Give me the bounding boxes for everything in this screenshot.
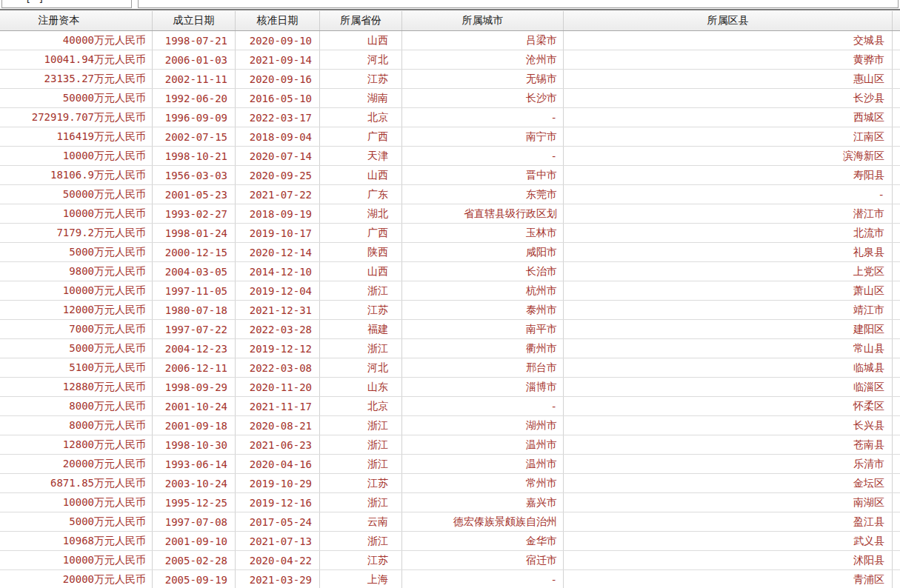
cell[interactable]: 8000万元人民币 — [0, 397, 153, 415]
cell[interactable]: 沧州市 — [402, 50, 564, 69]
cell[interactable]: 1998-01-24 — [153, 224, 236, 242]
cell[interactable]: 滨海新区 — [564, 147, 893, 165]
cell[interactable]: 湖南 — [320, 89, 402, 107]
cell[interactable] — [893, 31, 900, 50]
cell[interactable]: 5000万元人民币 — [0, 512, 153, 531]
cell[interactable]: 常州市 — [402, 474, 564, 492]
cell[interactable]: 2017-05-24 — [236, 512, 320, 531]
cell[interactable]: 晋中市 — [402, 166, 564, 184]
cell[interactable]: 2004-03-05 — [153, 262, 236, 281]
cell[interactable]: 省直辖县级行政区划 — [402, 204, 564, 223]
cell[interactable]: 浙江 — [320, 281, 402, 300]
cell[interactable]: 1998-10-30 — [153, 435, 236, 454]
cell[interactable]: 山西 — [320, 262, 402, 281]
cell[interactable]: 1998-09-29 — [153, 378, 236, 396]
cell[interactable]: 无锡市 — [402, 70, 564, 88]
cell[interactable]: 东莞市 — [402, 185, 564, 204]
cell[interactable]: 惠山区 — [564, 70, 893, 88]
cell[interactable] — [893, 570, 900, 588]
cell[interactable]: 浙江 — [320, 416, 402, 435]
cell[interactable]: - — [402, 570, 564, 588]
cell[interactable]: 2019-12-16 — [236, 493, 320, 512]
cell[interactable] — [893, 70, 900, 88]
cell[interactable]: 2020-09-10 — [236, 31, 320, 50]
cell[interactable] — [893, 339, 900, 358]
cell[interactable]: 1992-06-20 — [153, 89, 236, 107]
cell[interactable]: 天津 — [320, 147, 402, 165]
cell[interactable]: 黄骅市 — [564, 50, 893, 69]
cell[interactable]: 临城县 — [564, 358, 893, 377]
cell[interactable]: 福建 — [320, 320, 402, 338]
cell[interactable]: 20000万元人民币 — [0, 455, 153, 473]
cell[interactable]: 40000万元人民币 — [0, 31, 153, 50]
cell[interactable]: 江苏 — [320, 301, 402, 319]
cell[interactable]: 272919.707万元人民币 — [0, 108, 153, 127]
cell[interactable] — [893, 512, 900, 531]
cell[interactable]: 5000万元人民币 — [0, 339, 153, 358]
cell[interactable]: 10000万元人民币 — [0, 281, 153, 300]
cell[interactable]: 北京 — [320, 108, 402, 127]
cell[interactable]: 7000万元人民币 — [0, 320, 153, 338]
cell[interactable]: 2022-03-08 — [236, 358, 320, 377]
cell[interactable]: 10000万元人民币 — [0, 493, 153, 512]
cell[interactable]: 2001-09-10 — [153, 532, 236, 550]
cell[interactable]: 湖州市 — [402, 416, 564, 435]
cell[interactable]: 怀柔区 — [564, 397, 893, 415]
cell[interactable]: 2014-12-10 — [236, 262, 320, 281]
cell[interactable]: 12000万元人民币 — [0, 301, 153, 319]
cell[interactable]: 2020-04-16 — [236, 455, 320, 473]
cell[interactable]: 武义县 — [564, 532, 893, 550]
cell[interactable]: 盈江县 — [564, 512, 893, 531]
cell[interactable]: 上海 — [320, 570, 402, 588]
cell[interactable]: - — [402, 397, 564, 415]
cell[interactable]: 2021-03-29 — [236, 570, 320, 588]
cell[interactable] — [893, 532, 900, 550]
cell[interactable]: 陕西 — [320, 243, 402, 261]
cell[interactable]: 江南区 — [564, 127, 893, 146]
cell[interactable]: 2002-11-11 — [153, 70, 236, 88]
cell[interactable] — [893, 474, 900, 492]
column-header-3[interactable]: 所属省份 — [320, 11, 402, 30]
cell[interactable]: 北流市 — [564, 224, 893, 242]
cell[interactable]: 浙江 — [320, 532, 402, 550]
cell[interactable] — [893, 243, 900, 261]
cell[interactable]: 2020-08-21 — [236, 416, 320, 435]
cell[interactable]: 2020-04-22 — [236, 551, 320, 569]
cell[interactable]: 长兴县 — [564, 416, 893, 435]
cell[interactable]: 浙江 — [320, 339, 402, 358]
column-header-4[interactable]: 所属城市 — [402, 11, 564, 30]
cell[interactable]: 1980-07-18 — [153, 301, 236, 319]
cell[interactable] — [893, 416, 900, 435]
cell[interactable]: 建阳区 — [564, 320, 893, 338]
cell[interactable]: 广西 — [320, 224, 402, 242]
cell[interactable]: 2022-03-17 — [236, 108, 320, 127]
cell[interactable]: 礼泉县 — [564, 243, 893, 261]
cell[interactable]: 23135.27万元人民币 — [0, 70, 153, 88]
cell[interactable]: 50000万元人民币 — [0, 185, 153, 204]
cell[interactable]: 乐清市 — [564, 455, 893, 473]
cell[interactable]: 10968万元人民币 — [0, 532, 153, 550]
cell[interactable] — [893, 320, 900, 338]
cell[interactable]: 杭州市 — [402, 281, 564, 300]
cell[interactable]: 2021-06-23 — [236, 435, 320, 454]
cell[interactable]: 衢州市 — [402, 339, 564, 358]
cell[interactable]: 2021-12-31 — [236, 301, 320, 319]
cell[interactable]: 金华市 — [402, 532, 564, 550]
cell[interactable]: 2019-12-04 — [236, 281, 320, 300]
name-box[interactable]: [ ] — [1, 0, 132, 8]
cell[interactable]: 寿阳县 — [564, 166, 893, 184]
cell[interactable]: 德宏傣族景颇族自治州 — [402, 512, 564, 531]
cell[interactable]: 山西 — [320, 31, 402, 50]
cell[interactable]: 1997-11-05 — [153, 281, 236, 300]
cell[interactable]: 云南 — [320, 512, 402, 531]
cell[interactable]: 2018-09-19 — [236, 204, 320, 223]
cell[interactable]: 2001-05-23 — [153, 185, 236, 204]
cell[interactable]: - — [564, 185, 893, 204]
cell[interactable]: 江苏 — [320, 551, 402, 569]
cell[interactable]: 浙江 — [320, 455, 402, 473]
column-header-5[interactable]: 所属区县 — [564, 11, 893, 30]
cell[interactable]: 邢台市 — [402, 358, 564, 377]
cell[interactable]: 1956-03-03 — [153, 166, 236, 184]
cell[interactable]: 2003-10-24 — [153, 474, 236, 492]
cell[interactable]: 1993-02-27 — [153, 204, 236, 223]
